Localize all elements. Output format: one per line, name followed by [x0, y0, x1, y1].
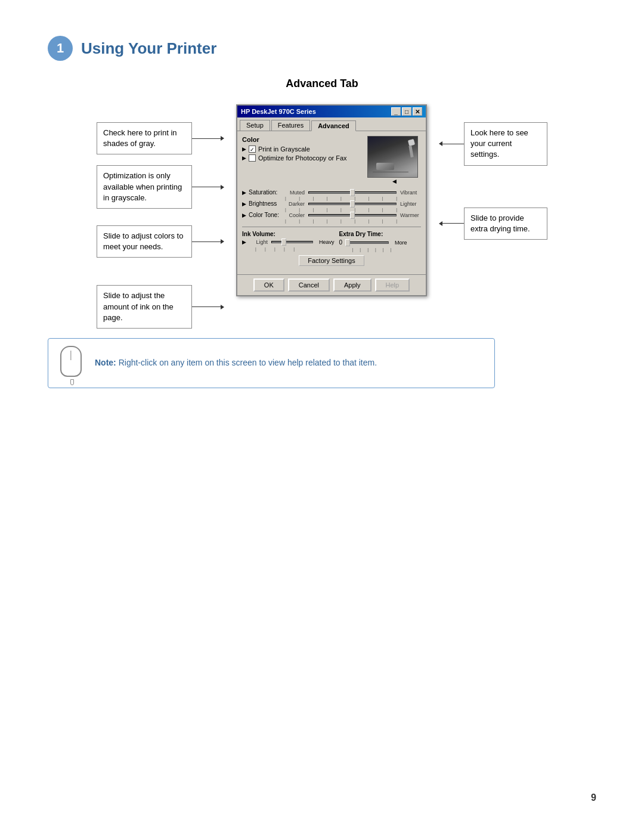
callout-colors: Slide to adjust colors to meet your need… — [97, 225, 192, 258]
arrow-tone: ▶ — [242, 212, 246, 218]
brightness-thumb[interactable] — [350, 200, 355, 208]
brightness-label: Brightness — [249, 200, 283, 207]
callout-colors-wrapper: Slide to adjust colors to meet your need… — [97, 225, 224, 258]
saturation-track[interactable] — [308, 191, 397, 194]
callout-drying-wrapper: Slide to provide extra drying time. — [439, 208, 547, 240]
dialog-body: Color ▶ Print in Grayscale ▶ Optimize fo… — [237, 131, 426, 274]
tabs-bar: Setup Features Advanced — [237, 117, 426, 131]
callout-ink: Slide to adjust the amount of ink on the… — [97, 285, 192, 329]
ok-button[interactable]: OK — [253, 278, 284, 292]
help-button[interactable]: Help — [375, 278, 410, 292]
tab-features[interactable]: Features — [271, 120, 310, 131]
extra-dry-value: 0 — [339, 239, 343, 246]
extra-dry-thumb[interactable] — [345, 239, 350, 246]
checkbox-optimize[interactable] — [249, 154, 256, 162]
callout-optimization: Optimization is only available when prin… — [97, 165, 192, 209]
colortone-thumb[interactable] — [350, 212, 355, 219]
colortone-label: Color Tone: — [249, 212, 283, 218]
callout-settings-wrapper: Look here to see your current settings. — [439, 122, 547, 166]
saturation-thumb[interactable] — [350, 189, 355, 196]
ink-volume-col: Ink Volume: ▶ Light Heavy ||||| — [242, 231, 335, 252]
checkbox-optimize-label: Optimize for Photocopy or Fax — [258, 154, 347, 162]
ink-left-label: Light — [249, 239, 268, 245]
dialog-title: HP DeskJet 970C Series — [241, 108, 316, 115]
colortone-right: Warmer — [400, 212, 421, 218]
ink-row: Ink Volume: ▶ Light Heavy ||||| — [242, 231, 421, 252]
action-bar: OK Cancel Apply Help — [237, 274, 426, 295]
ink-right-label: Heavy — [319, 239, 335, 245]
arrow-sat: ▶ — [242, 190, 246, 196]
cancel-button[interactable]: Cancel — [288, 278, 330, 292]
arrow-ink: ▶ — [242, 239, 246, 245]
brightness-right: Lighter — [400, 201, 421, 207]
divider — [242, 227, 421, 227]
saturation-left: Muted — [286, 190, 305, 196]
note-body: Right-click on any item on this screen t… — [119, 358, 377, 367]
callout-optimization-wrapper: Optimization is only available when prin… — [97, 165, 224, 209]
callout-grayscale-wrapper: Check here to print in shades of gray. — [97, 122, 224, 154]
checkbox-optimize-row: ▶ Optimize for Photocopy or Fax — [242, 154, 364, 162]
maximize-button[interactable]: □ — [402, 107, 411, 116]
ink-track[interactable] — [271, 241, 313, 243]
chapter-number: 1 — [48, 36, 73, 61]
ink-volume-label: Ink Volume: — [242, 231, 335, 237]
minimize-button[interactable]: _ — [391, 107, 401, 116]
brightness-left: Darker — [286, 201, 305, 207]
preview-panel: ◀ — [367, 136, 421, 184]
note-section: Note: Right-click on any item on this sc… — [48, 338, 495, 388]
tab-setup[interactable]: Setup — [240, 120, 270, 131]
section-heading: Advanced Tab — [48, 78, 596, 90]
saturation-right: Vibrant — [400, 190, 421, 196]
diagram-area: Check here to print in shades of gray. O… — [48, 104, 596, 329]
right-callouts: Look here to see your current settings. … — [439, 122, 547, 240]
left-callouts: Check here to print in shades of gray. O… — [97, 122, 224, 329]
tab-advanced[interactable]: Advanced — [311, 120, 356, 131]
connector-2 — [192, 185, 224, 190]
note-text: Note: Right-click on any item on this sc… — [95, 357, 377, 369]
connector-1 — [192, 136, 224, 141]
titlebar-buttons: _ □ ✕ — [391, 107, 422, 116]
chapter-heading: 1 Using Your Printer — [48, 36, 596, 61]
saturation-label: Saturation: — [249, 189, 283, 196]
win-titlebar: HP DeskJet 970C Series _ □ ✕ — [237, 106, 426, 117]
ink-thumb[interactable] — [281, 239, 286, 246]
dialog-container: HP DeskJet 970C Series _ □ ✕ Setup Featu… — [236, 104, 427, 296]
preview-image — [367, 136, 418, 178]
connector-r1 — [439, 141, 464, 146]
brightness-row: ▶ Brightness Darker Lighter — [242, 200, 421, 207]
extra-dry-label: Extra Dry Time: — [339, 231, 421, 237]
apply-button[interactable]: Apply — [333, 278, 371, 292]
callout-settings: Look here to see your current settings. — [464, 122, 547, 166]
arrow-indicator-1: ▶ — [242, 146, 246, 152]
factory-settings-button[interactable]: Factory Settings — [299, 255, 364, 266]
colortone-left: Cooler — [286, 212, 305, 218]
slider-section: ▶ Saturation: Muted Vibrant ||||||||| ▶ … — [242, 189, 421, 223]
connector-4 — [192, 305, 224, 309]
close-button[interactable]: ✕ — [413, 107, 422, 116]
extra-dry-track[interactable] — [347, 241, 389, 244]
callout-drying: Slide to provide extra drying time. — [464, 208, 547, 240]
colortone-track[interactable] — [308, 214, 397, 216]
page-number: 9 — [591, 792, 596, 803]
note-label: Note: — [95, 358, 116, 367]
connector-3 — [192, 239, 224, 244]
chapter-title: Using Your Printer — [81, 39, 216, 58]
callout-grayscale: Check here to print in shades of gray. — [97, 122, 192, 154]
extra-dry-right-label: More — [395, 240, 407, 246]
extra-dry-slider-row: 0 More — [339, 239, 421, 246]
brightness-track[interactable] — [308, 203, 397, 205]
color-group-label: Color — [242, 136, 364, 143]
mouse-icon — [60, 346, 84, 380]
arrow-indicator-2: ▶ — [242, 155, 246, 161]
checkbox-grayscale-row: ▶ Print in Grayscale — [242, 145, 364, 153]
checkbox-grayscale-label: Print in Grayscale — [258, 145, 310, 153]
saturation-row: ▶ Saturation: Muted Vibrant — [242, 189, 421, 196]
colortone-row: ▶ Color Tone: Cooler Warmer — [242, 212, 421, 218]
extra-dry-col: Extra Dry Time: 0 More |||||| — [339, 231, 421, 252]
checkbox-grayscale[interactable] — [249, 145, 256, 153]
win-dialog[interactable]: HP DeskJet 970C Series _ □ ✕ Setup Featu… — [236, 104, 427, 296]
callout-ink-wrapper: Slide to adjust the amount of ink on the… — [97, 285, 224, 329]
ink-slider-row: ▶ Light Heavy — [242, 239, 335, 245]
arrow-bright: ▶ — [242, 201, 246, 207]
connector-r2 — [439, 221, 464, 226]
